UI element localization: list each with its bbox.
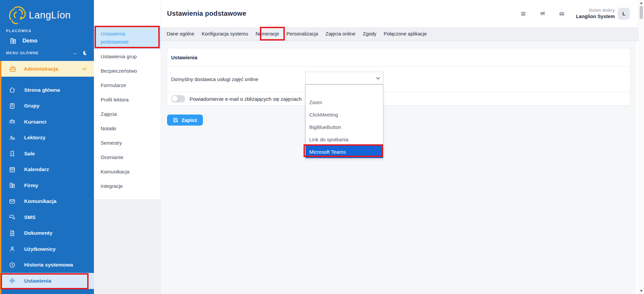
mail-icon (9, 198, 16, 205)
dropdown-option-zoom[interactable]: Zoom (306, 96, 383, 108)
settings-nav-zajecia[interactable]: Zajęcia (94, 107, 161, 121)
sidebar-item-komunikacja[interactable]: Komunikacja (1, 194, 94, 210)
calendar-icon (9, 166, 16, 173)
school-building-icon (9, 37, 17, 45)
sidebar-item-label: Lektorzy (24, 135, 46, 141)
sidebar-item-sale[interactable]: Sale (1, 146, 94, 162)
dropdown-option-empty[interactable] (306, 85, 383, 96)
save-button[interactable]: Zapisz (167, 115, 203, 126)
tab-content: Ustawienia Domyślny dostawca usługi zaję… (161, 41, 636, 294)
sidebar-item-label: Użytkownicy (24, 246, 56, 252)
user-name: Langlion System (576, 13, 615, 19)
tab-dane-ogolne[interactable]: Dane ogólne (163, 31, 198, 36)
home-icon (9, 86, 16, 93)
tab-polaczone-aplikacje[interactable]: Połączone aplikacje (380, 31, 430, 36)
main-menu-header: MENU GŁÓWNE ← (0, 50, 94, 56)
main-menu-label: MENU GŁÓWNE (6, 51, 39, 55)
tab-numeracje[interactable]: Numeracje (252, 31, 283, 36)
page-title: Ustawienia podstawowe (167, 10, 246, 17)
briefcase-icon (9, 65, 16, 73)
sidebar-item-label: Ustawienia (24, 278, 51, 284)
clock-icon (9, 262, 16, 269)
scroll-down-icon[interactable] (640, 290, 643, 292)
facility-name: Demo (22, 38, 37, 44)
user-icon (9, 245, 16, 252)
email-notification-row: Powiadomienie e-mail o zbliżających się … (167, 92, 630, 105)
user-greeting: Dzień dobry Langlion System (576, 8, 615, 19)
sidebar-item-label: Historia systemowa (24, 262, 73, 268)
door-icon (9, 150, 16, 157)
sidebar-item-label: Kursanci (24, 119, 46, 125)
collapse-sidebar-icon[interactable]: ← (72, 50, 78, 56)
primary-sidebar: LangLíon PLACÓWKA Demo MENU GŁÓWNE ← Adm… (0, 0, 94, 294)
save-button-label: Zapisz (181, 117, 197, 123)
dropdown-option-link-do-spotkania[interactable]: Link do spotkania (306, 133, 383, 146)
students-icon (9, 118, 16, 125)
document-icon (9, 230, 16, 237)
dropdown-option-bigbluebutton[interactable]: BigBlueButton (306, 121, 383, 133)
settings-nav-komunikacja[interactable]: Komunikacja (94, 164, 161, 179)
greeting-text: Dzień dobry (576, 8, 615, 13)
sidebar-item-grupy[interactable]: Grupy (1, 98, 94, 114)
sidebar-item-kalendarz[interactable]: Kalendarz (1, 162, 94, 178)
provider-select[interactable] (305, 72, 383, 84)
chat-icon (9, 214, 16, 221)
tab-zgody[interactable]: Zgody (359, 31, 380, 36)
book-icon (9, 102, 16, 109)
megaphone-icon[interactable] (539, 10, 546, 17)
sidebar-item-kursanci[interactable]: Kursanci (1, 114, 94, 130)
email-notification-toggle[interactable] (171, 95, 185, 102)
tab-konfiguracja-systemu[interactable]: Konfiguracja systemu (198, 31, 252, 36)
sidebar-item-ustawienia[interactable]: Ustawienia (1, 273, 94, 289)
settings-nav-ocenianie[interactable]: Ocenianie (94, 150, 161, 164)
sidebar-item-demo[interactable]: Demo (0, 37, 94, 45)
facility-section-label: PLACÓWKA (0, 29, 94, 33)
settings-nav-notatki[interactable]: Notatki (94, 121, 161, 136)
settings-nav-integracje[interactable]: Integracje (94, 179, 161, 193)
sidebar-item-label: Kalendarz (24, 166, 49, 172)
sidebar-item-label: Strona główna (24, 87, 60, 93)
logo-text: LangLíon (29, 10, 71, 21)
toggle-knob (172, 96, 178, 102)
tab-personalizacja[interactable]: Personalizacja (283, 31, 322, 36)
sidebar-item-label: Grupy (24, 103, 40, 109)
settings-nav-formularze[interactable]: Formularze (94, 78, 161, 92)
envelope-icon[interactable] (558, 10, 565, 17)
dropdown-option-microsoft-teams[interactable]: Microsoft Teams (306, 146, 383, 158)
floppy-icon (173, 117, 178, 123)
sidebar-item-lektorzy[interactable]: Lektorzy (1, 130, 94, 146)
page-scrollbar[interactable] (638, 0, 644, 294)
sidebar-item-historia-systemowa[interactable]: Historia systemowa (1, 257, 94, 273)
dropdown-option-clickmeeting[interactable]: ClickMeeting (306, 108, 383, 121)
settings-nav-ustawienia-podstawowe[interactable]: Ustawienia podstawowe (94, 26, 161, 49)
provider-dropdown: Zoom ClickMeeting BigBlueButton Link do … (305, 84, 383, 158)
sidebar-item-firmy[interactable]: Firmy (1, 177, 94, 194)
sidebar-item-dokumenty[interactable]: Dokumenty (1, 225, 94, 241)
langlion-logo: LangLíon (0, 0, 94, 27)
scroll-up-icon[interactable] (640, 2, 643, 4)
settings-tabbar: Dane ogólne Konfiguracja systemu Numerac… (161, 27, 638, 41)
settings-nav-bezpieczenstwo[interactable]: Bezpieczeństwo (94, 64, 161, 78)
gear-icon (9, 277, 16, 284)
settings-nav-ustawienia-grup[interactable]: Ustawienia grup (94, 49, 161, 64)
sidebar-item-uzytkownicy[interactable]: Użytkownicy (1, 241, 94, 257)
scrollbar-thumb[interactable] (640, 6, 643, 19)
sidebar-item-strona-glowna[interactable]: Strona główna (1, 82, 94, 98)
settings-nav-semestry[interactable]: Semestry (94, 136, 161, 150)
provider-row: Domyślny dostawca usługi zajęć online (167, 67, 630, 92)
email-notification-label: Powiadomienie e-mail o zbliżających się … (190, 96, 302, 102)
sidebar-item-sms[interactable]: SMS (1, 209, 94, 225)
sidebar-item-label: Firmy (24, 182, 38, 189)
main-area: Ustawienia podstawowe Dzień dobry Langli… (161, 0, 638, 294)
avatar[interactable]: L (618, 8, 630, 20)
inbox-tray-icon[interactable] (520, 10, 527, 17)
tab-zajecia-online[interactable]: Zajęcia online (322, 31, 359, 36)
sidebar-item-administracja[interactable]: Administracja (0, 61, 94, 77)
moon-icon[interactable] (82, 50, 87, 56)
settings-submenu-sidebar: Ustawienia podstawowe Ustawienia grup Be… (94, 0, 161, 294)
sidebar-item-label: Dokumenty (24, 230, 52, 236)
page-header: Ustawienia podstawowe Dzień dobry Langli… (161, 0, 638, 27)
settings-nav-profil-lektora[interactable]: Profil lektora (94, 92, 161, 107)
chevron-down-icon (82, 68, 87, 70)
sidebar-item-label: Administracja (24, 66, 58, 72)
